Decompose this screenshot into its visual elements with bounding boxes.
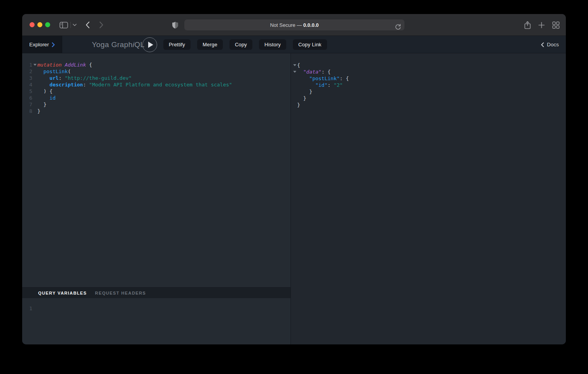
sidebar-dropdown-button[interactable] xyxy=(71,14,78,36)
play-icon xyxy=(148,42,153,48)
line-number: 7 xyxy=(22,101,32,108)
code-line: "id": "2" xyxy=(291,82,566,88)
fold-gutter xyxy=(32,88,37,95)
sidebar-toggle-button[interactable] xyxy=(58,14,70,36)
shield-icon xyxy=(172,21,178,29)
forward-button[interactable] xyxy=(96,14,106,36)
zoom-window-button[interactable] xyxy=(45,22,50,27)
explorer-toggle-button[interactable]: Explorer xyxy=(22,36,62,53)
chevron-right-icon xyxy=(52,42,55,47)
fold-gutter xyxy=(32,61,37,68)
fold-gutter xyxy=(32,108,37,114)
sidebar-icon xyxy=(60,22,68,28)
code-line: 1 xyxy=(22,305,290,312)
minimize-window-button[interactable] xyxy=(37,22,42,27)
plus-icon xyxy=(538,22,545,28)
line-number: 1 xyxy=(22,61,32,68)
bottom-panel-tabs: QUERY VARIABLES REQUEST HEADERS xyxy=(22,287,290,298)
result-pane: { "data": { "postLink": { "id": "2" } }} xyxy=(291,53,566,344)
browser-window: Not Secure — 0.0.0.0 xyxy=(22,14,566,344)
fold-gutter xyxy=(32,68,37,75)
address-text: Not Secure — 0.0.0.0 xyxy=(270,22,318,28)
code-line: 1mutation AddLink { xyxy=(22,61,290,68)
line-number: 8 xyxy=(22,108,32,114)
code-line: 2 postLink( xyxy=(22,68,290,75)
back-button[interactable] xyxy=(82,14,93,36)
chevron-left-icon xyxy=(86,21,90,28)
execute-query-button[interactable] xyxy=(142,37,157,52)
line-number: 3 xyxy=(22,75,32,81)
code-line: } xyxy=(291,95,566,102)
tab-query-variables[interactable]: QUERY VARIABLES xyxy=(38,291,87,295)
explorer-label: Explorer xyxy=(29,42,49,47)
line-number: 1 xyxy=(22,305,32,312)
reload-icon xyxy=(395,24,401,30)
graphiql-toolbar: Explorer Yoga GraphiQL Prettify Merge Co… xyxy=(22,36,566,53)
chevron-down-icon xyxy=(73,24,77,26)
content-area: 1mutation AddLink {2 postLink(3 url: "ht… xyxy=(22,53,566,344)
tab-request-headers[interactable]: REQUEST HEADERS xyxy=(95,291,146,295)
fold-gutter xyxy=(292,68,297,75)
code-line: 7 } xyxy=(22,101,290,108)
tab-overview-button[interactable] xyxy=(551,14,561,36)
query-editor-lines: 1mutation AddLink {2 postLink(3 url: "ht… xyxy=(22,61,290,114)
fold-arrow-icon[interactable] xyxy=(293,71,296,73)
code-line: "postLink": { xyxy=(291,75,566,82)
fold-gutter xyxy=(292,75,297,82)
address-bar[interactable]: Not Secure — 0.0.0.0 xyxy=(184,19,404,30)
code-line: 4 description: "Modern API Platform and … xyxy=(22,81,290,88)
code-line: } xyxy=(291,102,566,108)
chevron-left-icon xyxy=(541,42,544,47)
fold-gutter xyxy=(32,75,37,81)
result-lines: { "data": { "postLink": { "id": "2" } }} xyxy=(291,62,566,108)
close-window-button[interactable] xyxy=(30,22,35,27)
divider xyxy=(70,22,71,28)
line-number: 4 xyxy=(22,81,32,88)
docs-toggle-button[interactable]: Docs xyxy=(541,36,559,53)
query-variables-editor[interactable]: 1 xyxy=(22,298,290,344)
query-editor[interactable]: 1mutation AddLink {2 postLink(3 url: "ht… xyxy=(22,53,290,287)
fold-arrow-icon[interactable] xyxy=(33,64,37,66)
line-number: 5 xyxy=(22,88,32,95)
fold-arrow-icon[interactable] xyxy=(293,64,296,66)
left-pane: 1mutation AddLink {2 postLink(3 url: "ht… xyxy=(22,53,291,344)
copy-link-button[interactable]: Copy Link xyxy=(293,39,327,50)
copy-button[interactable]: Copy xyxy=(229,39,252,50)
share-icon xyxy=(524,21,531,29)
browser-chrome: Not Secure — 0.0.0.0 xyxy=(22,14,566,36)
traffic-lights xyxy=(30,22,50,27)
toolbar-buttons: Prettify Merge Copy History Copy Link xyxy=(163,39,327,50)
fold-gutter xyxy=(292,62,297,68)
docs-label: Docs xyxy=(547,42,559,47)
fold-gutter xyxy=(292,95,297,102)
code-line: } xyxy=(291,88,566,95)
code-line: 3 url: "http://the-guild.dev" xyxy=(22,75,290,81)
privacy-report-button[interactable] xyxy=(171,14,179,36)
code-line: { xyxy=(291,62,566,68)
history-button[interactable]: History xyxy=(259,39,286,50)
fold-gutter xyxy=(32,101,37,108)
code-line: 5 ) { xyxy=(22,88,290,95)
fold-gutter xyxy=(292,82,297,88)
code-line: 8} xyxy=(22,108,290,114)
merge-button[interactable]: Merge xyxy=(197,39,223,50)
reload-button[interactable] xyxy=(395,21,401,32)
fold-gutter xyxy=(292,88,297,95)
chevron-right-icon xyxy=(99,21,103,28)
fold-gutter xyxy=(292,102,297,108)
code-line: 6 id xyxy=(22,95,290,101)
line-number: 6 xyxy=(22,95,32,101)
tab-grid-icon xyxy=(552,21,560,29)
prettify-button[interactable]: Prettify xyxy=(163,39,191,50)
share-button[interactable] xyxy=(522,14,532,36)
fold-gutter xyxy=(32,95,37,101)
code-line: "data": { xyxy=(291,68,566,75)
new-tab-button[interactable] xyxy=(537,14,546,36)
fold-gutter xyxy=(32,81,37,88)
line-number: 2 xyxy=(22,68,32,75)
